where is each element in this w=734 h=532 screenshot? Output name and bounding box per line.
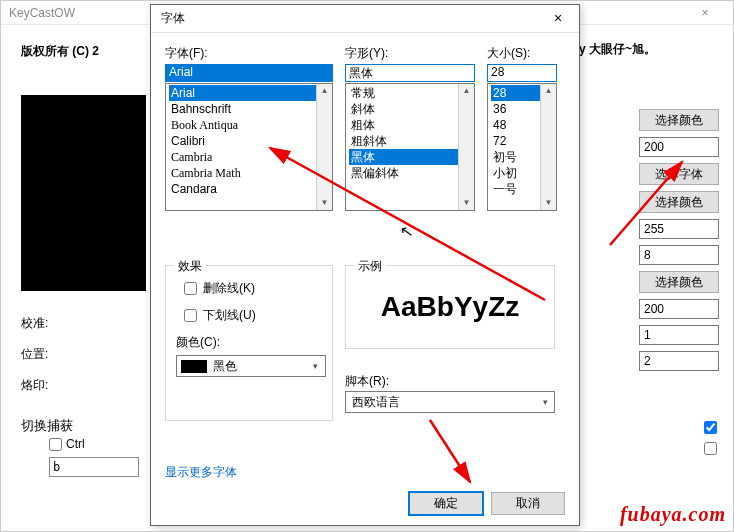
strikeout-checkbox[interactable] (184, 282, 197, 295)
font-item[interactable]: Book Antiqua (169, 117, 316, 133)
style-item[interactable]: 粗体 (349, 117, 458, 133)
right-column: 选择颜色 200 选择字体 选择颜色 255 8 选择颜色 200 1 2 (639, 109, 719, 371)
strikeout-label: 删除线(K) (203, 280, 255, 297)
color-label: 颜色(C): (176, 334, 322, 351)
right-checkbox-1[interactable] (704, 421, 717, 434)
color-swatch-icon (181, 360, 207, 373)
font-dialog: 字体 × 字体(F): Arial Arial Bahnschrift Book… (150, 4, 580, 526)
choose-font-button[interactable]: 选择字体 (639, 163, 719, 185)
size-label: 大小(S): (487, 45, 557, 62)
chevron-down-icon: ▾ (307, 358, 323, 374)
size-item[interactable]: 48 (491, 117, 540, 133)
font-item[interactable]: Cambria (169, 149, 316, 165)
style-item[interactable]: 黑体 (349, 149, 458, 165)
size-list[interactable]: 28 36 48 72 初号 小初 一号 (487, 83, 557, 211)
sample-groupbox: 示例 AaBbYyZz (345, 265, 555, 349)
style-label: 字形(Y): (345, 45, 475, 62)
font-list[interactable]: Arial Bahnschrift Book Antiqua Calibri C… (165, 83, 333, 211)
script-label: 脚本(R): (345, 373, 389, 390)
font-column: 字体(F): Arial Arial Bahnschrift Book Anti… (165, 45, 333, 211)
font-item[interactable]: Arial (169, 85, 316, 101)
underline-checkbox[interactable] (184, 309, 197, 322)
size-item[interactable]: 72 (491, 133, 540, 149)
color-combobox[interactable]: 黑色 ▾ (176, 355, 326, 377)
style-item[interactable]: 黑偏斜体 (349, 165, 458, 181)
dialog-buttons: 确定 取消 (409, 492, 565, 515)
effects-groupbox: 效果 删除线(K) 下划线(U) 颜色(C): 黑色 ▾ (165, 265, 333, 421)
ok-button[interactable]: 确定 (409, 492, 483, 515)
style-scrollbar-icon[interactable] (458, 84, 474, 210)
preview-area (21, 95, 146, 291)
dialog-title: 字体 (161, 10, 537, 27)
watermark: fubaya.com (620, 503, 726, 526)
choose-color-button-3[interactable]: 选择颜色 (639, 271, 719, 293)
copyright-left: 版权所有 (C) 2 (21, 44, 99, 58)
size-column: 大小(S): 28 28 36 48 72 初号 小初 一号 (487, 45, 557, 211)
ctrl-checkbox-row[interactable]: Ctrl (49, 437, 85, 451)
size-item[interactable]: 初号 (491, 149, 540, 165)
style-item[interactable]: 斜体 (349, 101, 458, 117)
style-list[interactable]: 常规 斜体 粗体 粗斜体 黑体 黑偏斜体 (345, 83, 475, 211)
label-position: 位置: (21, 346, 48, 363)
size-item[interactable]: 小初 (491, 165, 540, 181)
sample-text: AaBbYyZz (381, 291, 519, 323)
more-fonts-link[interactable]: 显示更多字体 (165, 464, 237, 481)
value-input-5[interactable]: 1 (639, 325, 719, 345)
value-input-3[interactable]: 8 (639, 245, 719, 265)
font-item[interactable]: Calibri (169, 133, 316, 149)
script-value: 西欧语言 (352, 394, 400, 411)
label-calibrate: 校准: (21, 315, 48, 332)
size-item[interactable]: 一号 (491, 181, 540, 197)
size-item[interactable]: 36 (491, 101, 540, 117)
dialog-titlebar: 字体 × (151, 5, 579, 33)
font-item[interactable]: Candara (169, 181, 316, 197)
value-input-2[interactable]: 255 (639, 219, 719, 239)
label-brand: 烙印: (21, 377, 48, 394)
cancel-button[interactable]: 取消 (491, 492, 565, 515)
font-row: 字体(F): Arial Arial Bahnschrift Book Anti… (165, 45, 565, 211)
choose-color-button-1[interactable]: 选择颜色 (639, 109, 719, 131)
hotkey-input[interactable] (49, 457, 139, 477)
ctrl-checkbox[interactable] (49, 438, 62, 451)
value-input-1[interactable]: 200 (639, 137, 719, 157)
size-scrollbar-icon[interactable] (540, 84, 556, 210)
style-input[interactable]: 黑体 (345, 64, 475, 82)
choose-color-button-2[interactable]: 选择颜色 (639, 191, 719, 213)
style-item[interactable]: 粗斜体 (349, 133, 458, 149)
strikeout-checkbox-row[interactable]: 删除线(K) (184, 280, 322, 297)
chevron-down-icon: ▾ (543, 397, 548, 407)
font-item[interactable]: Cambria Math (169, 165, 316, 181)
sample-legend: 示例 (354, 258, 386, 275)
ctrl-label: Ctrl (66, 437, 85, 451)
underline-checkbox-row[interactable]: 下划线(U) (184, 307, 322, 324)
font-scrollbar-icon[interactable] (316, 84, 332, 210)
value-input-6[interactable]: 2 (639, 351, 719, 371)
copyright-right: y 大眼仔~旭。 (579, 41, 656, 58)
right-checkboxes (704, 421, 717, 455)
effects-legend: 效果 (174, 258, 206, 275)
style-item[interactable]: 常规 (349, 85, 458, 101)
font-item[interactable]: Bahnschrift (169, 101, 316, 117)
style-column: 字形(Y): 黑体 常规 斜体 粗体 粗斜体 黑体 黑偏斜体 (345, 45, 475, 211)
font-input[interactable]: Arial (165, 64, 333, 82)
right-checkbox-2[interactable] (704, 442, 717, 455)
font-label: 字体(F): (165, 45, 333, 62)
size-input[interactable]: 28 (487, 64, 557, 82)
left-labels: 校准: 位置: 烙印: (21, 315, 48, 394)
value-input-4[interactable]: 200 (639, 299, 719, 319)
dialog-body: 字体(F): Arial Arial Bahnschrift Book Anti… (151, 33, 579, 525)
label-switch-capture: 切换捕获 (21, 417, 73, 435)
size-item[interactable]: 28 (491, 85, 540, 101)
dialog-close-icon[interactable]: × (537, 5, 579, 33)
color-name: 黑色 (213, 358, 237, 375)
parent-close-icon[interactable]: × (685, 6, 725, 20)
script-combobox[interactable]: 西欧语言 ▾ (345, 391, 555, 413)
underline-label: 下划线(U) (203, 307, 256, 324)
